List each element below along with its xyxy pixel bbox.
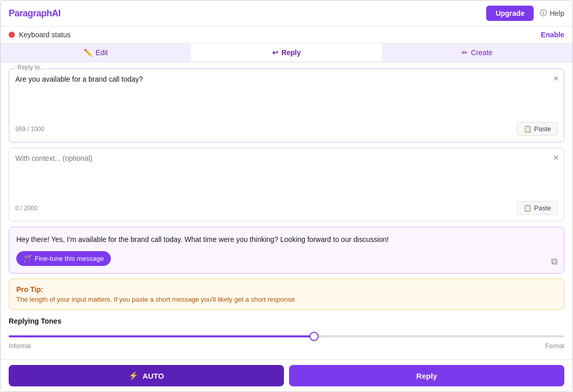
tones-section: Replying Tones Informal Formal [9, 315, 564, 352]
reply-to-input[interactable] [15, 75, 558, 116]
tab-reply[interactable]: ↩ Reply [191, 43, 381, 62]
wand-icon: 🪄 [23, 255, 32, 262]
context-footer: 0 / 2000 📋 Paste [15, 201, 558, 215]
tone-slider[interactable] [9, 335, 564, 337]
upgrade-button[interactable]: Upgrade [486, 6, 534, 21]
copy-button[interactable]: ⧉ [551, 256, 558, 267]
main-content: Reply to... × 959 / 1000 📋 Paste × 0 / 2… [1, 62, 572, 359]
fine-tune-button[interactable]: 🪄 Fine-tune this message [16, 251, 111, 266]
auto-button[interactable]: ⚡ AUTO [9, 365, 284, 386]
informal-label: Informal [9, 342, 31, 350]
pro-tip-title: Pro Tip: [16, 285, 557, 293]
create-icon: ✏ [462, 48, 468, 57]
reply-to-footer: 959 / 1000 📋 Paste [15, 122, 558, 136]
reply-to-box: Reply to... × 959 / 1000 📋 Paste [9, 68, 564, 142]
keyboard-status-bar: Keyboard status Enable [1, 27, 572, 43]
generated-reply-box: Hey there! Yes, I'm available for the br… [9, 227, 564, 274]
tones-title: Replying Tones [9, 317, 564, 325]
slider-labels: Informal Formal [9, 342, 564, 350]
tab-create[interactable]: ✏ Create [382, 43, 572, 62]
keyboard-status-label: Keyboard status [19, 31, 70, 39]
context-char-count: 0 / 2000 [15, 205, 37, 212]
reply-to-label: Reply to... [15, 64, 47, 71]
logo: ParagraphAI [9, 8, 61, 19]
edit-icon: ✏️ [84, 48, 92, 57]
context-paste-label: Paste [534, 204, 551, 212]
paste-label: Paste [534, 125, 551, 133]
tab-edit-label: Edit [96, 48, 108, 57]
enable-link[interactable]: Enable [541, 31, 564, 39]
reply-to-char-count: 959 / 1000 [15, 126, 44, 133]
reply-button[interactable]: Reply [289, 365, 564, 386]
tab-reply-label: Reply [281, 48, 301, 57]
copy-icon: ⧉ [551, 256, 558, 266]
tab-create-label: Create [471, 48, 492, 57]
reply-to-close-button[interactable]: × [553, 74, 559, 83]
auto-label: AUTO [142, 372, 164, 380]
reply-icon: ↩ [272, 48, 278, 57]
bottom-bar: ⚡ AUTO Reply [1, 359, 572, 391]
auto-icon: ⚡ [129, 371, 138, 380]
slider-container [9, 330, 564, 339]
context-close-button[interactable]: × [553, 153, 559, 162]
reply-to-paste-button[interactable]: 📋 Paste [517, 122, 558, 136]
context-paste-button[interactable]: 📋 Paste [517, 201, 558, 215]
help-label: Help [550, 9, 564, 17]
app-window: ParagraphAI Upgrade ⓘ Help Keyboard stat… [0, 0, 573, 392]
context-box: × 0 / 2000 📋 Paste [9, 148, 564, 222]
pro-tip-text: The length of your input matters. If you… [16, 296, 557, 303]
status-dot [9, 32, 15, 38]
tab-edit[interactable]: ✏️ Edit [1, 43, 191, 62]
tab-bar: ✏️ Edit ↩ Reply ✏ Create [1, 43, 572, 62]
context-clipboard-icon: 📋 [523, 204, 532, 212]
generated-reply-text: Hey there! Yes, I'm available for the br… [16, 234, 557, 245]
keyboard-status-left: Keyboard status [9, 31, 70, 39]
header: ParagraphAI Upgrade ⓘ Help [1, 1, 572, 27]
help-button[interactable]: ⓘ Help [540, 9, 564, 18]
context-input[interactable] [15, 154, 558, 195]
fine-tune-label: Fine-tune this message [35, 255, 104, 262]
pro-tip-box: Pro Tip: The length of your input matter… [9, 279, 564, 310]
header-right: Upgrade ⓘ Help [486, 6, 564, 21]
help-circle-icon: ⓘ [540, 9, 547, 18]
logo-prefix: Paragraph [9, 8, 52, 18]
logo-suffix: AI [52, 8, 61, 18]
clipboard-icon: 📋 [523, 125, 532, 133]
formal-label: Formal [545, 342, 564, 350]
